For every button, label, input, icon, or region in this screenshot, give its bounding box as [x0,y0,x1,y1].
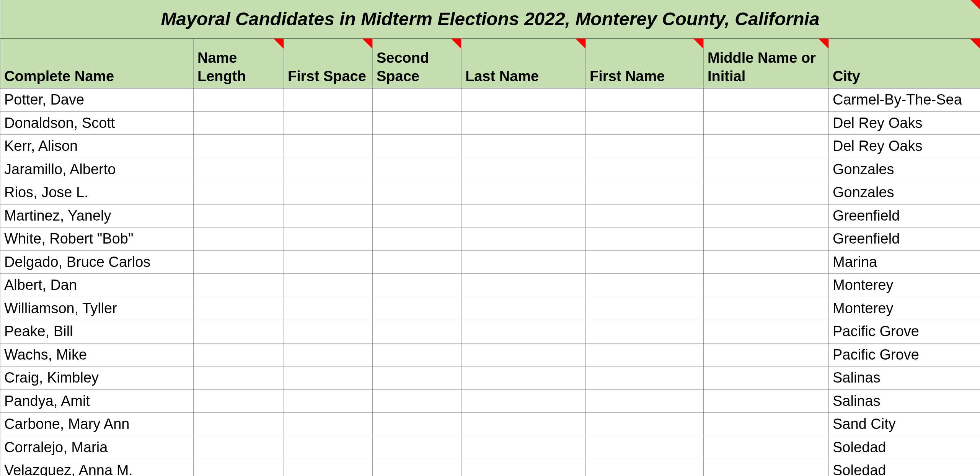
cell-first-space[interactable] [284,158,373,181]
cell-name-length[interactable] [194,274,284,297]
cell-first-name[interactable] [586,343,704,366]
cell-second-space[interactable] [373,389,461,413]
col-last-name[interactable]: Last Name [461,38,586,88]
cell-city[interactable]: Del Rey Oaks [829,111,980,135]
cell-name-length[interactable] [194,111,284,135]
cell-last-name[interactable] [461,204,586,227]
cell-name-length[interactable] [194,204,284,227]
cell-second-space[interactable] [373,158,461,181]
cell-city[interactable]: Pacific Grove [829,320,980,344]
cell-middle-name[interactable] [704,158,829,181]
cell-city[interactable]: Carmel-By-The-Sea [829,88,980,111]
cell-name-length[interactable] [194,250,284,274]
cell-first-space[interactable] [284,250,373,274]
cell-last-name[interactable] [461,413,586,436]
cell-first-space[interactable] [284,274,373,297]
cell-complete-name[interactable]: Carbone, Mary Ann [0,413,194,436]
spreadsheet-table[interactable]: Mayoral Candidates in Midterm Elections … [0,0,980,476]
cell-name-length[interactable] [194,343,284,366]
cell-first-name[interactable] [586,204,704,227]
cell-city[interactable]: Soledad [829,436,980,459]
cell-first-name[interactable] [586,135,704,158]
cell-middle-name[interactable] [704,436,829,459]
cell-complete-name[interactable]: Peake, Bill [0,320,194,344]
cell-first-name[interactable] [586,459,704,476]
cell-last-name[interactable] [461,366,586,390]
cell-middle-name[interactable] [704,204,829,227]
cell-name-length[interactable] [194,459,284,476]
cell-complete-name[interactable]: Delgado, Bruce Carlos [0,250,194,274]
cell-complete-name[interactable]: Craig, Kimbley [0,366,194,390]
cell-last-name[interactable] [461,111,586,135]
cell-middle-name[interactable] [704,343,829,366]
cell-first-name[interactable] [586,436,704,459]
cell-complete-name[interactable]: White, Robert "Bob" [0,227,194,251]
cell-last-name[interactable] [461,135,586,158]
cell-city[interactable]: Gonzales [829,158,980,181]
cell-middle-name[interactable] [704,135,829,158]
cell-city[interactable]: Salinas [829,366,980,390]
cell-last-name[interactable] [461,227,586,251]
col-complete-name[interactable]: Complete Name [0,38,194,88]
cell-city[interactable]: Gonzales [829,181,980,204]
cell-first-space[interactable] [284,366,373,390]
cell-second-space[interactable] [373,459,461,476]
cell-second-space[interactable] [373,181,461,204]
cell-complete-name[interactable]: Pandya, Amit [0,389,194,413]
cell-city[interactable]: Greenfield [829,204,980,227]
cell-name-length[interactable] [194,297,284,320]
cell-last-name[interactable] [461,88,586,111]
cell-name-length[interactable] [194,135,284,158]
cell-first-name[interactable] [586,413,704,436]
cell-city[interactable]: Salinas [829,389,980,413]
cell-second-space[interactable] [373,297,461,320]
cell-city[interactable]: Monterey [829,274,980,297]
cell-last-name[interactable] [461,459,586,476]
cell-name-length[interactable] [194,227,284,251]
cell-first-name[interactable] [586,88,704,111]
cell-second-space[interactable] [373,274,461,297]
cell-last-name[interactable] [461,343,586,366]
cell-first-space[interactable] [284,88,373,111]
cell-first-name[interactable] [586,181,704,204]
cell-last-name[interactable] [461,436,586,459]
cell-name-length[interactable] [194,158,284,181]
cell-second-space[interactable] [373,343,461,366]
cell-last-name[interactable] [461,297,586,320]
cell-middle-name[interactable] [704,366,829,390]
cell-complete-name[interactable]: Wachs, Mike [0,343,194,366]
cell-second-space[interactable] [373,111,461,135]
cell-second-space[interactable] [373,366,461,390]
cell-last-name[interactable] [461,389,586,413]
cell-city[interactable]: Monterey [829,297,980,320]
cell-name-length[interactable] [194,320,284,344]
cell-middle-name[interactable] [704,88,829,111]
cell-first-space[interactable] [284,436,373,459]
cell-last-name[interactable] [461,158,586,181]
cell-city[interactable]: Sand City [829,413,980,436]
cell-last-name[interactable] [461,320,586,344]
col-second-space[interactable]: Second Space [373,38,461,88]
cell-second-space[interactable] [373,250,461,274]
cell-middle-name[interactable] [704,413,829,436]
cell-middle-name[interactable] [704,297,829,320]
col-city[interactable]: City [829,38,980,88]
cell-first-name[interactable] [586,274,704,297]
cell-second-space[interactable] [373,204,461,227]
col-name-length[interactable]: Name Length [194,38,284,88]
cell-name-length[interactable] [194,181,284,204]
cell-complete-name[interactable]: Velazquez, Anna M. [0,459,194,476]
cell-city[interactable]: Greenfield [829,227,980,251]
cell-city[interactable]: Marina [829,250,980,274]
cell-middle-name[interactable] [704,181,829,204]
cell-first-name[interactable] [586,297,704,320]
col-first-name[interactable]: First Name [586,38,704,88]
col-middle-name[interactable]: Middle Name or Initial [704,38,829,88]
cell-name-length[interactable] [194,436,284,459]
cell-name-length[interactable] [194,413,284,436]
cell-second-space[interactable] [373,413,461,436]
cell-first-name[interactable] [586,320,704,344]
cell-first-space[interactable] [284,227,373,251]
cell-complete-name[interactable]: Potter, Dave [0,88,194,111]
cell-name-length[interactable] [194,389,284,413]
